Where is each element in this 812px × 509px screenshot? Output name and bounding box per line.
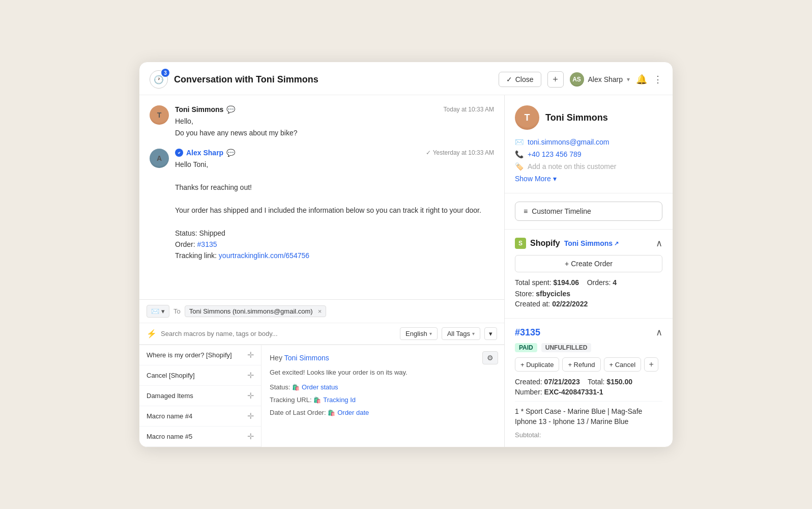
note-icon: 🏷️ [515,162,524,171]
external-link-icon: ↗ [614,240,619,247]
right-panel: T Toni Simmons ✉️ toni.simmons@gmail.com… [505,95,673,446]
duplicate-button[interactable]: + Duplicate [515,357,559,372]
create-order-button[interactable]: + Create Order [515,255,662,272]
left-panel: T Toni Simmons 💬 Today at 10:33 AM Hello… [139,95,505,446]
list-item[interactable]: Damaged Items ✛ [139,386,261,406]
header-left: 🕐 3 Conversation with Toni Simmons [150,70,318,89]
compose-type-button[interactable]: ✉️ ▾ [147,305,169,318]
shopify-header: S Shopify Toni Simmons ↗ ∧ [515,238,662,249]
unfulfilled-badge: UNFULFILLED [541,343,592,352]
shopify-icon: 🛍️ [313,395,321,405]
agent-avatar: AS [570,72,584,87]
preview-status-tag: 🛍️ Order status [292,382,338,393]
status-label: Status: [270,383,290,391]
shopify-created: Created at: 02/22/2022 [515,300,662,308]
shopify-icon: 🛍️ [292,383,300,392]
list-item[interactable]: Where is my order? [Shopify] ✛ [139,345,261,365]
preview-date-tag: 🛍️ Order date [328,408,369,418]
chevron-down-icon: ▾ [472,331,475,336]
lightning-icon: ⚡ [147,329,157,338]
language-selector[interactable]: English ▾ [400,327,438,340]
check-icon: ✓ [426,149,431,156]
shopify-logo-icon: S [515,238,526,249]
tags-value: All Tags [447,330,470,337]
history-button[interactable]: 🕐 3 [150,70,168,89]
customer-phone[interactable]: +40 123 456 789 [528,150,582,158]
close-label: Close [515,75,534,83]
order-collapse-button[interactable]: ∧ [656,327,662,338]
header-actions: ✓ Close + AS Alex Sharp ▾ 🔔 ⋮ [499,71,662,88]
order-number-value: EXC-420847331-1 [544,388,603,396]
add-button[interactable]: + [547,71,564,88]
macro-add-icon[interactable]: ✛ [247,391,254,401]
macro-add-icon[interactable]: ✛ [247,371,254,380]
tags-selector[interactable]: All Tags ▾ [442,327,480,340]
tracking-link[interactable]: yourtrackinglink.com/654756 [219,251,309,260]
app-container: 🕐 3 Conversation with Toni Simmons ✓ Clo… [139,62,673,447]
customer-name: Toni Simmons [545,112,608,123]
macro-add-icon[interactable]: ✛ [247,411,254,421]
created-date: 02/22/2022 [552,300,588,308]
tracking-tag-value: Tracking Id [323,395,356,406]
order-number[interactable]: #3135 [515,327,540,338]
macro-label: Cancel [Shopify] [147,372,195,379]
cancel-button[interactable]: + Cancel [604,357,642,372]
macro-add-icon[interactable]: ✛ [247,350,254,360]
comment-icon[interactable]: 💬 [226,105,235,114]
more-menu-icon[interactable]: ⋮ [653,74,662,85]
macro-search-input[interactable] [161,330,396,337]
alex-avatar: A [150,149,169,168]
customer-email[interactable]: toni.simmons@gmail.com [528,138,609,146]
customer-avatar: T [515,105,539,130]
order-more-button[interactable]: + [644,357,658,372]
store-name: sfbycicles [536,290,570,298]
customer-note-placeholder[interactable]: Add a note on this customer [528,162,616,171]
paid-badge: PAID [515,343,537,352]
list-item[interactable]: Macro name #5 ✛ [139,427,261,447]
show-more-button[interactable]: Show More ▾ [515,175,662,183]
order-link[interactable]: #3135 [197,240,217,248]
agent-selector[interactable]: AS Alex Sharp ▾ [570,72,630,87]
orders-count-value: 4 [613,278,617,287]
order-item: 1 * Sport Case - Marine Blue | Mag-Safe … [515,401,662,427]
mail-icon: ✉️ [151,307,159,315]
header-icons: 🔔 ⋮ [636,74,662,85]
message-time: Today at 10:33 AM [444,106,494,113]
preview-customer-name[interactable]: Toni Simmons [284,354,329,362]
bell-icon[interactable]: 🔔 [636,74,647,85]
close-button[interactable]: ✓ Close [499,72,541,87]
preview-status-row: Status: 🛍️ Order status [270,382,496,393]
gear-button[interactable]: ⚙ [482,351,498,364]
preview-tracking-row: Tracking URL: 🛍️ Tracking Id [270,395,496,406]
macro-list: Where is my order? [Shopify] ✛ Cancel [S… [139,345,262,447]
message-time: ✓ Yesterday at 10:33 AM [426,149,494,156]
order-actions: + Duplicate + Refund + Cancel + [515,357,662,372]
agent-name: Alex Sharp [588,75,623,83]
shopify-collapse-button[interactable]: ∧ [656,238,662,249]
more-options-button[interactable]: ▾ [484,327,497,340]
chevron-down-icon: ▾ [627,76,630,83]
refund-button[interactable]: + Refund [562,357,600,372]
compose-area: ✉️ ▾ To Toni Simmons (toni.simmons@gmail… [139,299,504,447]
list-item[interactable]: Macro name #4 ✛ [139,406,261,427]
phone-row: 📞 +40 123 456 789 [515,150,662,158]
timeline-label: Customer Timeline [532,207,591,215]
customer-header: T Toni Simmons [515,105,662,130]
macros-panel: Where is my order? [Shopify] ✛ Cancel [S… [139,345,504,447]
comment-icon[interactable]: 💬 [226,149,235,157]
macro-label: Macro name #5 [147,433,192,440]
agent-badge-icon [175,149,183,157]
list-item[interactable]: Cancel [Shopify] ✛ [139,365,261,386]
macro-add-icon[interactable]: ✛ [247,432,254,441]
macro-label: Macro name #4 [147,412,192,420]
message-text: Hello, Do you have any news about my bik… [175,116,494,138]
message-row: T Toni Simmons 💬 Today at 10:33 AM Hello… [150,105,494,138]
shopify-title: S Shopify Toni Simmons ↗ [515,238,619,249]
message-row: A Alex Sharp 💬 ✓ [150,149,494,262]
shopify-customer-link[interactable]: Toni Simmons ↗ [564,239,619,247]
shopify-store: Store: sfbycicles [515,290,662,298]
email-icon: ✉️ [515,138,524,146]
remove-recipient-button[interactable]: × [318,307,322,315]
order-header: #3135 ∧ [515,327,662,338]
customer-timeline-button[interactable]: ≡ Customer Timeline [515,202,662,221]
